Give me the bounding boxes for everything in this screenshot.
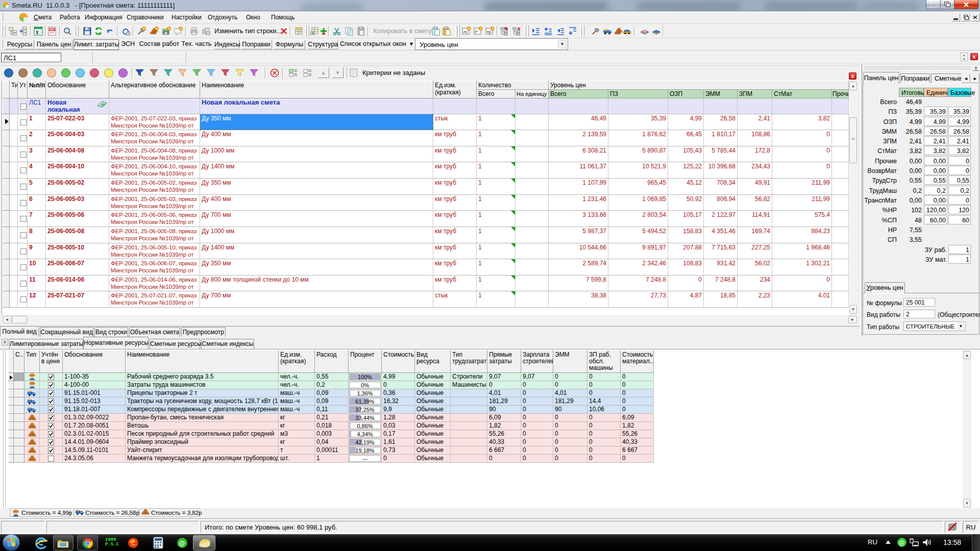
svg-text:@: @	[899, 539, 905, 546]
svg-text:пр: пр	[487, 30, 492, 34]
svg-text:лс: лс	[463, 30, 468, 34]
svg-text:C: C	[132, 541, 135, 546]
svg-text:Р: Р	[475, 30, 478, 34]
svg-text:PDF: PDF	[50, 28, 55, 31]
svg-text:@: @	[179, 539, 185, 547]
